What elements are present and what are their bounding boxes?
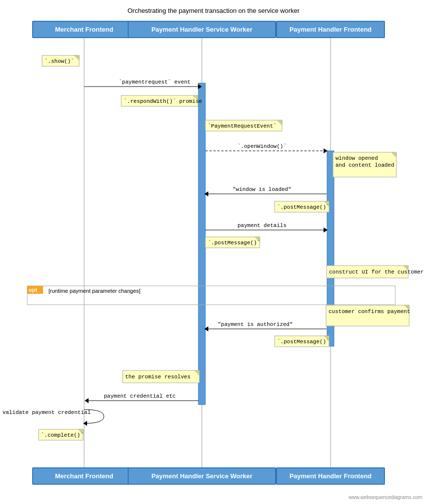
actor-handler-sw-top: Payment Handler Service Worker [128,21,276,38]
svg-marker-28 [324,228,328,232]
svg-text:`.postMessage()`: `.postMessage()` [208,240,260,246]
svg-text:opt: opt [29,287,37,293]
svg-text:`.postMessage()`: `.postMessage()` [277,204,330,210]
svg-marker-50 [194,370,199,375]
svg-text:payment credential etc: payment credential etc [104,393,176,399]
svg-marker-31 [255,237,260,242]
svg-marker-53 [85,398,89,403]
svg-text:"payment is authorized": "payment is authorized" [218,321,293,327]
svg-marker-58 [78,429,83,434]
svg-rect-4 [327,151,334,346]
svg-text:`.respondWith()` promise: `.respondWith()` promise [124,98,202,104]
svg-text:construct UI for the customer: construct UI for the customer [329,269,424,275]
svg-rect-57 [39,429,83,440]
svg-marker-6 [198,84,202,89]
svg-text:window opened: window opened [335,155,378,161]
svg-rect-24 [275,201,329,212]
svg-text:customer confirms payment: customer confirms payment [329,309,410,315]
actor-merchant-bottom: Merchant Frontend [32,467,136,485]
svg-rect-11 [205,120,282,131]
svg-text:the promise resolves: the promise resolves [125,374,190,380]
svg-text:`.show()`: `.show()` [45,58,74,64]
svg-rect-37 [27,286,43,294]
svg-text:`paymentrequest` event: `paymentrequest` event [119,79,190,85]
svg-rect-36 [27,286,395,305]
diagram-container: Orchestrating the payment transaction on… [0,0,427,504]
diagram-title: Orchestrating the payment transaction on… [0,0,427,18]
svg-marker-25 [324,201,329,206]
svg-rect-60 [42,55,79,66]
svg-text:"window is loaded": "window is loaded" [233,186,291,192]
svg-rect-8 [121,95,198,106]
svg-marker-34 [403,266,408,271]
svg-text:`PaymentRequestEvent`: `PaymentRequestEvent` [208,123,277,129]
svg-text:[runtime payment parameter cha: [runtime payment parameter changes] [48,288,141,294]
svg-rect-30 [205,237,260,248]
svg-rect-3 [198,83,205,405]
svg-text:and content loaded: and content loaded [335,162,394,168]
svg-rect-40 [326,305,409,326]
svg-marker-61 [74,55,79,60]
svg-text:`.postMessage()`: `.postMessage()` [277,339,330,345]
svg-marker-15 [324,148,328,153]
actor-handler-fe-bottom: Payment Handler Frontend [276,467,385,485]
actor-merchant-top: Merchant Frontend [32,21,136,38]
actor-handler-sw-bottom: Payment Handler Service Worker [128,467,276,485]
svg-rect-17 [333,152,396,177]
svg-marker-18 [391,152,396,157]
svg-text:`.openWindow()`: `.openWindow()` [237,143,286,149]
svg-text:validate payment credential: validate payment credential [2,410,91,415]
svg-text:payment details: payment details [237,223,286,229]
watermark: www.websequencediagrams.com [349,495,422,500]
svg-marker-9 [193,95,198,100]
svg-marker-12 [277,120,282,125]
svg-marker-44 [204,326,208,331]
svg-text:`.complete()`: `.complete()` [41,432,84,438]
svg-rect-33 [327,266,408,278]
svg-marker-56 [83,421,87,426]
actor-handler-fe-top: Payment Handler Frontend [276,21,385,38]
svg-marker-41 [404,305,409,310]
svg-rect-46 [275,336,329,347]
svg-marker-22 [204,191,208,196]
svg-marker-47 [324,336,329,341]
svg-rect-49 [123,370,199,383]
